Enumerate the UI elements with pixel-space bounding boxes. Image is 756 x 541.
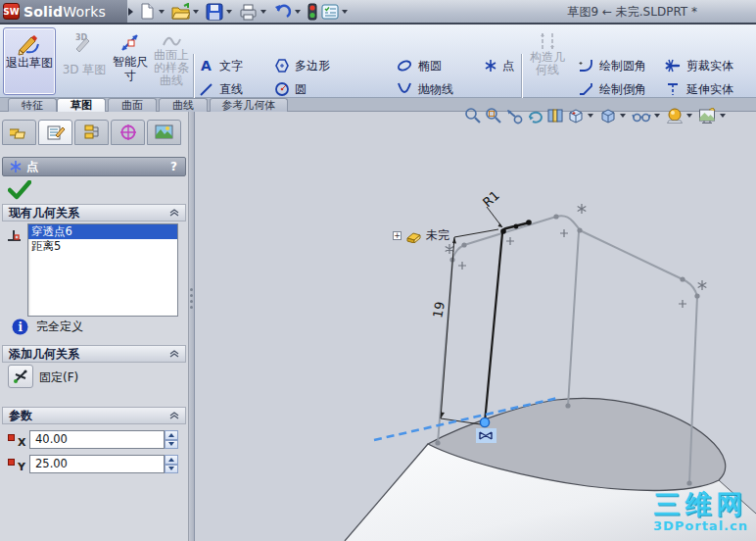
dropdown-arrow-icon[interactable] — [159, 10, 165, 14]
zoom-area-button[interactable] — [485, 107, 502, 124]
circle-icon — [274, 81, 290, 97]
ok-button[interactable] — [8, 180, 31, 200]
y-value-stepper[interactable] — [165, 455, 178, 473]
radius-dimension-text[interactable]: R1 — [480, 187, 502, 210]
sketch-chamfer-button[interactable]: 绘制倒角 — [578, 79, 646, 99]
undo-button[interactable] — [272, 1, 305, 23]
new-document-button[interactable] — [137, 1, 168, 23]
x-coordinate-input[interactable]: 40.00 — [29, 430, 165, 449]
document-title: 草图9 ← 未完.SLDPRT * — [567, 4, 697, 21]
part-name[interactable]: 未完 — [426, 227, 449, 244]
watermark-title: 三维网 — [653, 491, 748, 518]
pierce-point[interactable] — [480, 418, 489, 426]
relations-listbox[interactable]: 穿透点6 距离5 — [27, 223, 178, 317]
print-button[interactable] — [238, 1, 270, 23]
step-up-button[interactable] — [165, 455, 178, 465]
dropdown-arrow-icon[interactable] — [720, 114, 726, 118]
open-folder-icon — [171, 3, 190, 21]
fix-relation-label: 固定(F) — [39, 369, 78, 386]
parameters-header[interactable]: 参数 — [2, 407, 186, 424]
point-tool-button[interactable]: 点 — [484, 56, 514, 75]
help-button[interactable]: ? — [170, 160, 177, 173]
spline-on-surface-button[interactable]: 曲面上的样条曲线 — [150, 27, 193, 95]
view-orientation-button[interactable] — [567, 107, 596, 124]
3d-sketch-button[interactable]: 3D 3D 草图 — [59, 27, 110, 95]
plus-markers — [458, 229, 686, 308]
dropdown-arrow-icon[interactable] — [654, 114, 660, 118]
add-relations-header[interactable]: 添加几何关系 — [2, 345, 186, 363]
y-axis-label: Y — [18, 461, 25, 473]
relation-item-pierce[interactable]: 穿透点6 — [28, 224, 177, 239]
fully-defined-status: 完全定义 — [36, 319, 83, 335]
length-dimension-text[interactable]: 19 — [430, 301, 448, 320]
active-sketch-line[interactable] — [485, 220, 532, 422]
dropdown-arrow-icon[interactable] — [588, 114, 593, 118]
trim-entities-button[interactable]: 剪裁实体 — [664, 56, 733, 75]
exit-sketch-label: 退出草图 — [6, 56, 53, 70]
tree-expander[interactable]: + — [393, 231, 402, 240]
glasses-icon — [632, 107, 651, 124]
dropdown-arrow-icon[interactable] — [260, 10, 266, 14]
perpendicular-relation-icon — [6, 227, 24, 243]
x-coordinate-icon — [8, 434, 15, 441]
svg-text:i: i — [19, 320, 24, 334]
open-document-button[interactable] — [170, 1, 203, 23]
parabola-tool-button[interactable]: 抛物线 — [396, 79, 453, 99]
tab-reference-geometry[interactable]: 参考几何体 — [210, 98, 288, 112]
step-up-button[interactable] — [165, 430, 178, 440]
relation-item-distance[interactable]: 距离5 — [28, 239, 177, 254]
pierce-relation-callout-icon[interactable] — [476, 428, 496, 443]
property-manager-tab[interactable] — [38, 120, 72, 145]
feature-manager-tab[interactable] — [2, 120, 36, 145]
section-view-icon — [546, 107, 564, 124]
dropdown-arrow-icon[interactable] — [620, 114, 626, 118]
toolbar-expand-arrow-icon[interactable] — [128, 8, 133, 16]
circle-tool-button[interactable]: 圆 — [274, 79, 307, 99]
dropdown-arrow-icon[interactable] — [226, 10, 232, 14]
rebuild-button[interactable] — [307, 1, 318, 23]
tab-curves[interactable]: 曲线 — [159, 98, 208, 112]
tab-features[interactable]: 特征 — [8, 98, 57, 112]
polygon-tool-button[interactable]: 多边形 — [274, 56, 330, 75]
x-value-stepper[interactable] — [165, 430, 178, 449]
polygon-icon — [274, 58, 290, 74]
sketch-fillet-button[interactable]: 绘制圆角 — [578, 56, 646, 75]
trim-icon — [664, 58, 682, 74]
previous-view-button[interactable] — [505, 107, 523, 124]
appearance-button[interactable] — [666, 107, 695, 124]
fix-relation-button[interactable] — [8, 365, 33, 388]
save-button[interactable] — [205, 1, 236, 23]
graphics-viewport[interactable]: R1 19 + — [195, 112, 756, 541]
step-down-button[interactable] — [165, 440, 178, 450]
scene-button[interactable] — [698, 108, 729, 124]
step-down-button[interactable] — [165, 465, 178, 474]
text-tool-button[interactable]: A 文字 — [199, 56, 243, 75]
configuration-manager-tab[interactable] — [74, 120, 109, 145]
dimxpert-target-icon — [119, 123, 137, 141]
zoom-fit-button[interactable] — [464, 107, 482, 124]
dropdown-arrow-icon[interactable] — [295, 10, 301, 14]
smart-dimension-button[interactable]: 智能尺寸 — [111, 27, 150, 95]
display-manager-tab[interactable] — [147, 120, 181, 145]
line-tool-button[interactable]: 直线 — [199, 79, 243, 99]
existing-relations-header[interactable]: 现有几何关系 — [2, 204, 186, 221]
exit-sketch-button[interactable]: 退出草图 — [3, 27, 56, 95]
tab-surfaces[interactable]: 曲面 — [108, 98, 157, 112]
rotate-view-button[interactable] — [526, 107, 543, 124]
tab-sketch[interactable]: 草图 — [57, 98, 106, 112]
options-button[interactable] — [320, 1, 352, 23]
section-view-button[interactable] — [546, 107, 564, 124]
hide-show-items-button[interactable] — [632, 107, 663, 124]
construction-geometry-button[interactable]: 构造几何线 — [525, 27, 570, 95]
y-coordinate-input[interactable]: 25.00 — [29, 455, 165, 473]
fillet-icon — [578, 58, 594, 74]
ellipse-tool-button[interactable]: 椭圆 — [396, 56, 442, 75]
extend-entities-button[interactable]: 延伸实体 — [664, 79, 733, 99]
dimxpert-manager-tab[interactable] — [111, 120, 145, 145]
dropdown-arrow-icon[interactable] — [342, 10, 348, 14]
dropdown-arrow-icon[interactable] — [193, 10, 199, 14]
display-style-button[interactable] — [599, 107, 629, 124]
radius-dimension[interactable]: R1 — [480, 187, 502, 227]
solidworks-badge-icon: SW — [3, 3, 20, 20]
dropdown-arrow-icon[interactable] — [686, 114, 692, 118]
